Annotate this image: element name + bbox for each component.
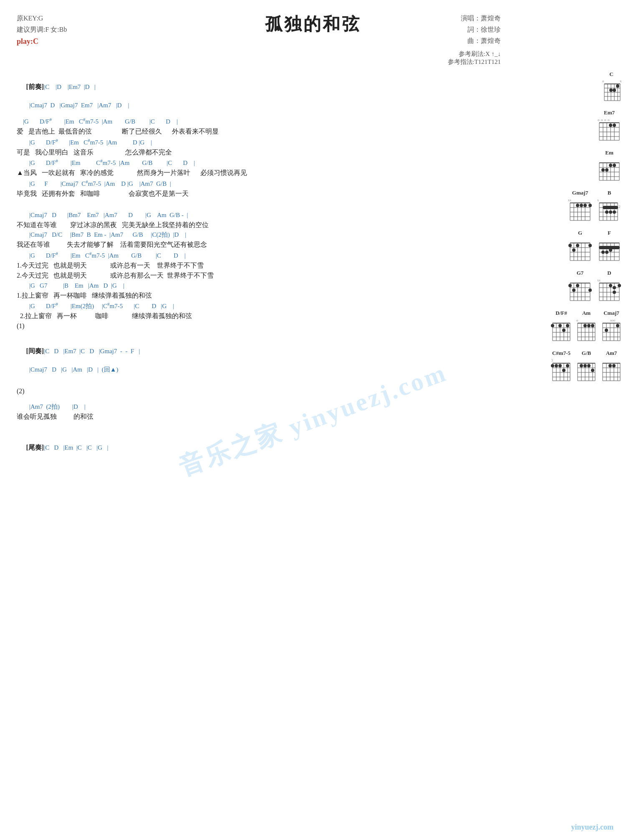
chorus-lyric-3a: 1.今天过完 也就是明天 或许总有一天 世界终于不下雪 xyxy=(17,261,488,270)
key-info: 原KEY:G xyxy=(17,13,67,24)
svg-point-217 xyxy=(591,369,594,372)
svg-rect-107 xyxy=(599,246,620,249)
watermark-bottom: yinyuezj.com xyxy=(571,823,613,832)
svg-point-139 xyxy=(613,286,616,289)
fingering: 参考指法:T121T121 xyxy=(448,58,501,66)
svg-point-201 xyxy=(562,369,565,372)
section-2-label: (2) xyxy=(17,387,488,396)
prelude-chord-2: |Cmaj7 D |Gmaj7 Em7 |Am7 |D | xyxy=(17,101,488,110)
v1-chord-4: |G F |Cmaj7 C#m7-5 |Am D |G |Am7 G/B | xyxy=(17,179,488,188)
chord-F: F xyxy=(597,230,622,263)
svg-text:3: 3 xyxy=(551,359,553,362)
chord-Em: Em xyxy=(597,149,622,183)
svg-point-62 xyxy=(583,204,587,207)
svg-text:o: o xyxy=(598,118,600,122)
svg-point-61 xyxy=(580,204,583,207)
play-key: play:C xyxy=(17,35,67,48)
chorus-lyric-1: 不知道在等谁 穿过冰凉的黑夜 完美无缺坐上我坚持着的空位 xyxy=(17,220,488,230)
chorus-lyric-4a: 1.拉上窗帘 再一杯咖啡 继续弹着孤独的和弦 xyxy=(17,291,488,300)
chord-GB: G/B xyxy=(576,350,597,384)
suggest-key: 建议男调:F 女:Bb xyxy=(17,24,67,35)
strum-info: 参考刷法:X ↑_↓ 参考指法:T121T121 xyxy=(448,50,501,66)
svg-point-229 xyxy=(608,364,612,367)
svg-text:xx: xx xyxy=(597,278,601,282)
svg-point-109 xyxy=(605,250,608,254)
chord-DFsharp: D/F# xyxy=(551,310,572,344)
svg-point-184 xyxy=(616,324,619,327)
svg-point-47 xyxy=(601,168,605,172)
svg-point-169 xyxy=(583,324,587,327)
svg-point-63 xyxy=(588,204,592,207)
svg-point-153 xyxy=(551,324,554,327)
chord-Cshm7-5: C#m7-5 3 xyxy=(551,350,572,384)
svg-point-141 xyxy=(613,291,616,294)
chorus-chord-4: |G G7 |B Em |Am D |G | xyxy=(17,281,488,290)
chorus-chord-2: |Cmaj7 D/C |Bm7 B Em - |Am7 G/B |C(2拍) |… xyxy=(17,230,488,239)
chord-Gmaj7: Gmaj7 xx xyxy=(568,190,593,223)
chord-row-6: G7 xyxy=(509,270,622,304)
svg-point-185 xyxy=(605,329,608,332)
svg-text:xx: xx xyxy=(568,198,571,202)
svg-point-60 xyxy=(576,204,579,207)
svg-text:x: x xyxy=(620,79,622,83)
chorus-lyric-5b: (1) xyxy=(17,321,488,331)
chord-diagrams: C x o xyxy=(509,71,622,390)
svg-point-171 xyxy=(591,324,594,327)
chord-G: G xyxy=(568,230,593,263)
chord-row-7: D/F# xyxy=(509,310,622,344)
v1-lyric-3: ▲当风 一吹起就有 寒冷的感觉 然而身为一片落叶 必须习惯说再见 xyxy=(17,168,488,177)
chorus-lyric-3b: 2.今天过完 也就是明天 或许总有那么一天 世界终于不下雪 xyxy=(17,271,488,280)
svg-point-15 xyxy=(609,89,613,92)
svg-point-125 xyxy=(588,288,592,292)
page: 孤独的和弦 原KEY:G 建议男调:F 女:Bb play:C 演唱：萧煌奇 詞… xyxy=(0,0,626,840)
chord-row-1: C x o xyxy=(509,71,622,103)
chord-row-3: Em xyxy=(509,149,622,183)
svg-text:2: 2 xyxy=(618,205,621,209)
outro-label: [尾奏]|C D |Em |C |C |G | xyxy=(17,434,488,461)
main-content: [前奏]|C |D |Em7 |D | |Cmaj7 D |Gmaj7 Em7 … xyxy=(17,73,488,461)
svg-point-92 xyxy=(568,244,572,247)
v1-chord-2: |G D/F# |Em C#m7-5 |Am D |G | xyxy=(17,137,488,147)
composer: 曲：萧煌奇 xyxy=(461,35,501,46)
chord-C: C x o xyxy=(601,71,622,103)
svg-point-123 xyxy=(572,288,576,292)
svg-point-79 xyxy=(609,210,612,214)
prelude-label: [前奏]|C |D |Em7 |D | xyxy=(17,73,488,100)
strum-pattern: 参考刷法:X ↑_↓ xyxy=(448,50,501,58)
lyricist: 詞：徐世珍 xyxy=(461,24,501,35)
svg-point-122 xyxy=(568,284,572,287)
svg-text:o: o xyxy=(608,118,610,122)
svg-text:o: o xyxy=(604,118,606,122)
chord-row-2: Em7 o o o o xyxy=(509,109,622,143)
chorus-chord-1: |Cmaj7 D |Bm7 Em7 |Am7 D |G Am G/B - | xyxy=(17,211,488,220)
svg-text:o: o xyxy=(602,79,604,83)
svg-point-110 xyxy=(609,248,612,252)
svg-point-95 xyxy=(576,244,579,247)
svg-point-155 xyxy=(562,329,565,332)
v1-lyric-1: 爱 是吉他上 最低音的弦 断了已经很久 外表看来不明显 xyxy=(17,127,488,136)
svg-point-154 xyxy=(558,324,562,327)
svg-point-80 xyxy=(613,210,616,214)
svg-point-44 xyxy=(609,164,612,167)
svg-point-140 xyxy=(618,284,621,287)
svg-point-199 xyxy=(555,364,558,367)
song-title: 孤独的和弦 xyxy=(17,13,609,36)
chord-row-4: Gmaj7 xx xyxy=(509,190,622,223)
v1-chord-3: |G D/F# |Em C#m7-5 |Am G/B |C D | xyxy=(17,158,488,167)
svg-point-230 xyxy=(612,364,616,367)
svg-point-14 xyxy=(613,89,616,92)
svg-point-138 xyxy=(609,284,612,287)
meta-right: 演唱：萧煌奇 詞：徐世珍 曲：萧煌奇 xyxy=(461,13,501,47)
meta-left: 原KEY:G 建议男调:F 女:Bb play:C xyxy=(17,13,67,48)
svg-point-32 xyxy=(613,124,616,127)
svg-point-215 xyxy=(583,364,587,367)
svg-point-214 xyxy=(580,364,583,367)
chord-Am: Am o xyxy=(576,310,597,344)
svg-point-200 xyxy=(558,364,562,367)
svg-rect-77 xyxy=(603,206,618,209)
svg-point-202 xyxy=(566,364,569,367)
svg-point-216 xyxy=(587,364,591,367)
chorus-chord-3: |G D/F# |Em C#m7-5 |Am G/B |C D | xyxy=(17,250,488,260)
interlude-label: [间奏]|C D |Em7 |C D |Gmaj7 - - F | xyxy=(17,338,488,364)
interlude-chord-2: |Cmaj7 D |G |Am |D | (回▲) xyxy=(17,365,488,374)
